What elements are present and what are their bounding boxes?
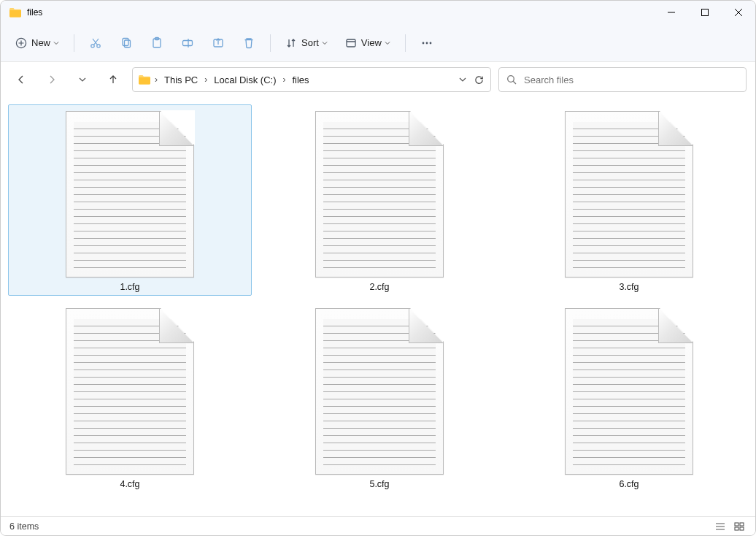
svg-rect-0 [702,9,709,16]
item-count: 6 items [9,521,39,532]
delete-button[interactable] [235,30,263,56]
sort-button[interactable]: Sort [278,30,335,56]
file-thumbnail [565,111,693,277]
copy-button[interactable] [112,30,140,56]
share-icon [212,37,225,50]
history-dropdown[interactable] [459,76,466,83]
file-name: 3.cfg [619,282,639,292]
file-thumbnail [66,111,194,277]
view-label: View [361,37,382,48]
search-box[interactable] [498,67,747,92]
svg-point-13 [429,42,431,44]
svg-rect-18 [740,527,744,530]
sort-icon [285,37,297,49]
breadcrumb[interactable]: This PC [162,73,200,87]
ellipsis-icon [420,37,433,50]
chevron-down-icon [53,40,59,46]
folder-icon [1,7,21,18]
plus-circle-icon [15,37,27,49]
file-pane[interactable]: 1.cfg 2.cfg 3.cfg 4.cfg 5.cfg [1,97,755,516]
svg-rect-16 [740,523,744,526]
title-bar: files [1,1,755,24]
svg-point-12 [425,42,428,44]
toolbar: New Sort View [1,24,755,62]
svg-rect-5 [125,40,131,47]
rename-icon [181,37,194,50]
chevron-down-icon [322,40,328,46]
file-item[interactable]: 2.cfg [258,104,501,296]
separator [270,34,271,52]
separator [74,34,74,52]
svg-rect-17 [735,527,738,530]
paste-button[interactable] [143,30,171,56]
sort-label: Sort [301,37,319,48]
svg-rect-4 [123,38,128,45]
view-icon [345,37,357,49]
cut-button[interactable] [82,30,109,56]
refresh-button[interactable] [474,74,485,85]
search-input[interactable] [524,74,738,85]
window-controls [655,1,755,24]
separator [405,34,406,52]
file-thumbnail [66,308,194,475]
maximize-button[interactable] [688,1,722,24]
share-button[interactable] [204,30,232,56]
more-button[interactable] [413,30,441,56]
file-thumbnail [565,308,693,475]
rename-button[interactable] [174,30,201,56]
chevron-right-icon: › [153,74,159,85]
icons-view-button[interactable] [732,520,747,533]
svg-rect-8 [183,40,193,45]
chevron-right-icon: › [203,74,209,85]
address-bar[interactable]: › This PC › Local Disk (C:) › files [132,67,491,92]
file-item[interactable]: 1.cfg [8,104,252,296]
chevron-right-icon: › [281,74,287,85]
new-label: New [31,37,50,48]
file-item[interactable]: 3.cfg [507,104,751,296]
details-view-button[interactable] [713,520,728,533]
view-button[interactable]: View [338,30,398,56]
svg-rect-15 [735,523,738,526]
file-name: 5.cfg [369,479,389,489]
svg-rect-10 [347,39,355,47]
file-name: 4.cfg [120,479,139,489]
file-name: 6.cfg [619,479,639,489]
scissors-icon [89,37,102,50]
file-name: 2.cfg [369,282,389,292]
file-item[interactable]: 4.cfg [8,302,252,493]
clipboard-icon [150,37,163,50]
forward-button[interactable] [40,68,63,91]
up-button[interactable] [101,68,125,91]
nav-row: › This PC › Local Disk (C:) › files [1,62,755,97]
svg-point-14 [508,76,514,83]
back-button[interactable] [9,68,33,91]
file-item[interactable]: 5.cfg [258,302,501,493]
status-bar: 6 items [1,516,755,535]
breadcrumb[interactable]: Local Disk (C:) [212,73,278,87]
close-button[interactable] [722,1,755,24]
new-button[interactable]: New [8,30,66,56]
search-icon [506,74,517,85]
window-title: files [27,7,655,18]
file-name: 1.cfg [120,282,139,292]
file-item[interactable]: 6.cfg [507,302,751,493]
file-thumbnail [315,111,444,277]
chevron-down-icon [385,40,390,46]
recent-button[interactable] [71,68,94,91]
minimize-button[interactable] [655,1,688,24]
breadcrumb[interactable]: files [290,73,311,87]
folder-icon [139,74,150,85]
trash-icon [242,37,255,50]
file-thumbnail [315,308,444,475]
copy-icon [120,37,133,50]
svg-point-11 [422,42,424,44]
